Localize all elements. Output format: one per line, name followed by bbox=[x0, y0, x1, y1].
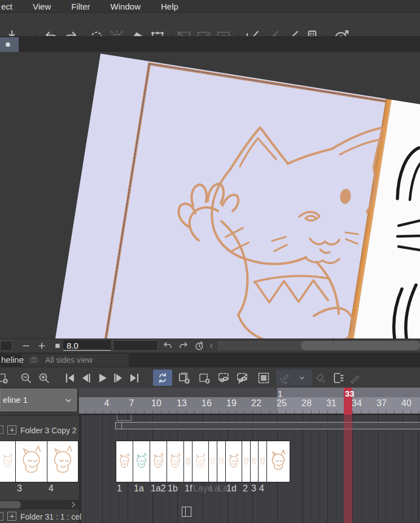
play-icon[interactable] bbox=[95, 371, 109, 385]
cel-thumbnail[interactable] bbox=[16, 441, 47, 482]
link-cel-icon[interactable] bbox=[217, 371, 230, 385]
canvas-tab-strip bbox=[0, 36, 420, 52]
cel-thumbnail[interactable] bbox=[150, 441, 167, 482]
timeline-selector-value: eline 1 bbox=[3, 395, 28, 405]
new-animation-cel-icon[interactable] bbox=[198, 371, 211, 385]
menu-item-help[interactable]: Help bbox=[161, 2, 178, 11]
cel-label: 3 bbox=[17, 484, 22, 494]
folder-span-bar[interactable] bbox=[115, 422, 420, 429]
canvas-horizontal-scrollbar[interactable] bbox=[217, 341, 420, 350]
cel-thumbnail[interactable] bbox=[167, 441, 184, 482]
cel-label: 1f bbox=[185, 484, 192, 494]
cel-thumbnail[interactable] bbox=[133, 441, 150, 482]
loop-playback-button[interactable] bbox=[153, 370, 172, 386]
cel-label: 1 bbox=[117, 484, 122, 494]
cel-thumbnail[interactable] bbox=[267, 441, 290, 482]
delete-cel-eraser-icon[interactable] bbox=[314, 371, 327, 385]
row-divider bbox=[0, 441, 79, 441]
timeline-selector[interactable]: eline 1 bbox=[0, 389, 77, 411]
expand-plus-icon[interactable] bbox=[7, 425, 16, 434]
camera-icon bbox=[28, 355, 40, 364]
menu-item-view[interactable]: View bbox=[33, 2, 51, 11]
cel-box-divider bbox=[185, 507, 186, 516]
left-cel-strip bbox=[0, 441, 78, 482]
playhead-track-overlay bbox=[344, 415, 352, 523]
rotate-right-icon[interactable] bbox=[177, 340, 190, 351]
menu-item-filter[interactable]: Filter bbox=[71, 2, 90, 11]
cel-thumbnail[interactable] bbox=[116, 441, 133, 482]
new-timeline-icon[interactable] bbox=[0, 371, 9, 385]
canvas-viewport[interactable] bbox=[0, 52, 420, 339]
clipped-layer-icon bbox=[0, 425, 3, 434]
next-frame-icon[interactable] bbox=[112, 371, 125, 385]
command-toolbar: ? bbox=[0, 12, 420, 36]
cel-label: 4 bbox=[259, 484, 264, 494]
ruler-number: 19 bbox=[223, 398, 240, 408]
menu-item-select[interactable]: ect bbox=[1, 2, 12, 11]
cel-thumbnail-partial[interactable] bbox=[0, 441, 16, 482]
previous-frame-icon[interactable] bbox=[79, 371, 93, 385]
cel-thumbnail[interactable] bbox=[209, 441, 217, 482]
zoom-out-icon[interactable] bbox=[20, 341, 32, 350]
span-bar-left-cap[interactable] bbox=[115, 423, 122, 429]
scrollbar-thumb[interactable] bbox=[301, 341, 420, 350]
bottom-row-cel-box[interactable] bbox=[182, 507, 191, 517]
ruler-number: 37 bbox=[373, 398, 390, 408]
cel-thumbnail[interactable] bbox=[226, 441, 242, 482]
loop-icon bbox=[156, 371, 169, 385]
cel-thumbnail[interactable] bbox=[47, 441, 78, 482]
layer-name: Folder 3 Copy 2 bbox=[20, 426, 77, 435]
onion-skin-page-icon[interactable] bbox=[331, 371, 345, 385]
layer-name: Folder 31 : 1 : cel bbox=[20, 512, 81, 521]
cel-thumbnail[interactable] bbox=[251, 441, 259, 482]
zoom-in-icon[interactable] bbox=[36, 341, 47, 350]
layer-column-scrollbar[interactable] bbox=[0, 500, 79, 509]
cel-thumbnail[interactable] bbox=[217, 441, 226, 482]
menu-item-window[interactable]: Window bbox=[111, 2, 141, 11]
collapse-chevron-left-icon[interactable] bbox=[208, 341, 216, 351]
timeline-zoom-out-icon[interactable] bbox=[19, 371, 33, 385]
playback-start-marker[interactable] bbox=[117, 415, 132, 421]
expand-plus-icon[interactable] bbox=[7, 512, 16, 521]
skip-to-start-icon[interactable] bbox=[63, 371, 77, 385]
rotate-left-icon[interactable] bbox=[161, 340, 174, 351]
ruler-number: 16 bbox=[198, 398, 215, 408]
cel-thumbnail[interactable] bbox=[184, 441, 193, 482]
stop-square-icon[interactable] bbox=[53, 341, 62, 350]
cel-label-row: 1 1a 1a2 1b 1f Laye La La 1d 2 3 4 bbox=[79, 481, 420, 500]
ruler-number: 4 bbox=[98, 398, 115, 408]
canvas-tab[interactable] bbox=[0, 37, 19, 52]
timeline-track-area[interactable]: 1 1a 1a2 1b 1f Laye La La 1d 2 3 4 bbox=[79, 415, 420, 523]
tab-timeline[interactable]: heline bbox=[1, 355, 24, 364]
timeline-tab-bar: heline All sides view bbox=[0, 353, 420, 367]
cel-thumbnail[interactable] bbox=[242, 441, 251, 482]
cel-label: 1b bbox=[168, 484, 178, 494]
timeline-zoom-in-icon[interactable] bbox=[37, 371, 51, 385]
cel-thumbnail[interactable] bbox=[193, 441, 209, 482]
cel-thumbnail[interactable] bbox=[259, 441, 267, 482]
ruler-number: 10 bbox=[148, 398, 165, 408]
skip-to-end-icon[interactable] bbox=[128, 371, 141, 385]
cel-label: 1d bbox=[226, 484, 237, 494]
new-animation-folder-icon[interactable] bbox=[177, 371, 191, 385]
navigator-box[interactable] bbox=[0, 341, 12, 351]
frame-ruler[interactable]: 4 7 10 13 16 19 22 25 28 31 34 37 40 bbox=[79, 388, 420, 415]
rotation-value-box[interactable] bbox=[113, 340, 158, 351]
cycle-pen-icon[interactable] bbox=[278, 371, 292, 385]
render-inbetween-icon[interactable] bbox=[257, 371, 270, 385]
layer-row-folder31[interactable]: Folder 31 : 1 : cel bbox=[0, 509, 79, 523]
chevron-right-icon[interactable] bbox=[68, 500, 79, 509]
unlink-cel-icon[interactable] bbox=[235, 371, 249, 385]
chevron-down-icon[interactable] bbox=[298, 373, 307, 383]
layer-row-folder3[interactable]: Folder 3 Copy 2 : bbox=[0, 422, 79, 441]
tab-all-sides-view-label[interactable]: All sides view bbox=[45, 355, 93, 364]
playhead-frame-label: 33 bbox=[345, 389, 355, 398]
zoom-value-field[interactable]: 8.0 bbox=[63, 340, 111, 351]
ruler-number: 22 bbox=[248, 398, 265, 408]
scrollbar-thumb[interactable] bbox=[0, 501, 21, 508]
edit-pencil-icon[interactable] bbox=[348, 371, 362, 385]
drawn-frame-border bbox=[82, 64, 386, 339]
reset-rotation-icon[interactable] bbox=[193, 340, 205, 351]
second-marker: 1 bbox=[278, 389, 282, 398]
menu-bar: ect View Filter Window Help bbox=[0, 0, 420, 12]
